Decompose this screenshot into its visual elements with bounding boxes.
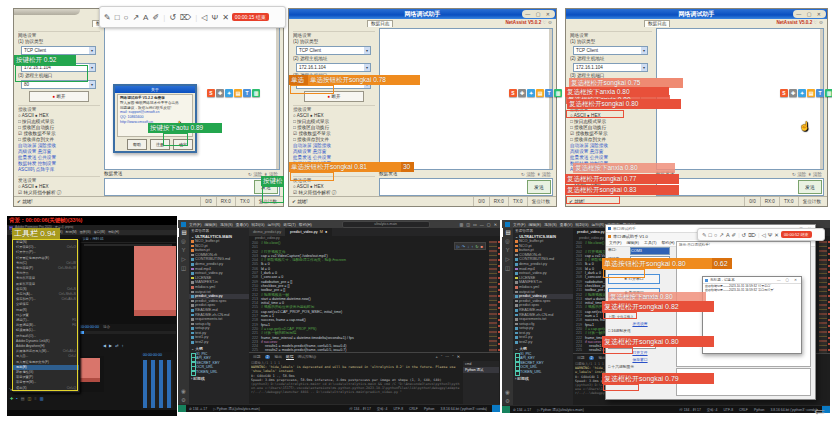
- activity-icon[interactable]: ▤: [178, 228, 189, 237]
- serial-control[interactable]: 上限: 文件未载入: [608, 314, 672, 321]
- status-item[interactable]: 3.8.16 64-bit ('python3': conda): [437, 407, 490, 411]
- menu[interactable]: 查看(V): [560, 222, 573, 227]
- menu[interactable]: 终端(T): [283, 222, 295, 227]
- back-arrow-icon[interactable]: ⇐: [814, 404, 825, 419]
- sidebar-row[interactable]: TCP Client: [296, 46, 371, 55]
- status-item[interactable]: CRLF: [406, 407, 421, 411]
- status-item[interactable]: ▷ Python 调试(ultralytics-main): [210, 407, 263, 411]
- menu[interactable]: 运行(R): [592, 222, 605, 227]
- transport-icon[interactable]: ⇄: [115, 343, 118, 348]
- menu[interactable]: 运行(R): [268, 222, 281, 227]
- tab-data-log[interactable]: 数据日志: [644, 20, 670, 27]
- menu[interactable]: 查看(V): [236, 222, 249, 227]
- float-icon[interactable]: ▤: [536, 89, 544, 97]
- mixer-button-grid[interactable]: [143, 360, 173, 408]
- sidebar-row[interactable]: ● 断开: [29, 91, 89, 102]
- debug-icon[interactable]: ↻: [475, 244, 478, 249]
- recorder-tool-icon[interactable]: ✕: [774, 232, 779, 238]
- recorder-tool-icon[interactable]: ↗: [132, 13, 139, 22]
- tool-icon[interactable]: ◫: [28, 396, 32, 401]
- menu[interactable]: 窗口(W): [94, 230, 106, 235]
- serial-control[interactable]: ◉ 关闭串口: [608, 288, 660, 298]
- sidebar-row[interactable]: 接收设置: [293, 105, 375, 113]
- recorder-tool-icon[interactable]: ✐: [732, 232, 737, 238]
- float-icon[interactable]: ✦: [527, 89, 535, 97]
- activity-icon[interactable]: ◉: [178, 387, 189, 396]
- outline-section[interactable]: ⌄ 大纲: [513, 345, 573, 352]
- recorder-tool-icon[interactable]: ✎: [702, 232, 707, 238]
- float-icon[interactable]: ✚: [789, 89, 797, 97]
- send-input[interactable]: 发送: [656, 178, 824, 196]
- activity-icon[interactable]: ◫: [178, 264, 189, 273]
- menu[interactable]: 选择(S): [220, 222, 233, 227]
- activity-icon[interactable]: ▤: [502, 228, 513, 237]
- sidebar-row[interactable]: TCP Client: [21, 46, 96, 55]
- terminal-action-icon[interactable]: ˇ: [441, 354, 442, 359]
- brand-icons[interactable]: ♡ ⚙: [542, 20, 552, 25]
- remote-indicator[interactable]: [178, 405, 186, 412]
- serial-control[interactable]: □ 十六进制显示: [608, 364, 672, 371]
- menu[interactable]: 工具(T): [644, 240, 656, 246]
- window-controls[interactable]: — ▢ ✕: [522, 10, 555, 18]
- dirty-dot-icon[interactable]: ●: [325, 230, 327, 234]
- serial-control[interactable]: ● 无校验 ○ 奇校验: [608, 265, 672, 272]
- sidebar-row[interactable]: (2) 远程主机地址: [18, 56, 100, 62]
- terminal-action-icon[interactable]: ˆ: [452, 354, 453, 359]
- sidebar-row[interactable]: ASCII码 点阵字库: [293, 167, 375, 173]
- debug-icon[interactable]: ↑: [471, 244, 473, 249]
- status-item[interactable]: CRLF: [736, 408, 751, 412]
- float-icon[interactable]: ✚: [518, 89, 526, 97]
- debug-icon[interactable]: ■: [481, 244, 483, 249]
- sidebar-row[interactable]: TCP Client: [573, 46, 648, 55]
- panel-tab[interactable]: 2: [265, 355, 271, 359]
- window-controls[interactable]: — ▢ ✕: [793, 10, 826, 18]
- sidebar-row[interactable]: 80: [573, 80, 648, 89]
- recorder-tool-icon[interactable]: ⌦: [748, 232, 756, 238]
- outline-section[interactable]: ⌄ 大纲: [189, 345, 249, 352]
- recorder-tool-icon[interactable]: A: [726, 232, 730, 238]
- recorder-tool-icon[interactable]: A: [143, 13, 148, 22]
- window-controls[interactable]: — ▢ ✕: [777, 278, 799, 282]
- menu[interactable]: 标记(M): [66, 230, 77, 235]
- recorder-tool-icon[interactable]: ⌦: [180, 13, 191, 22]
- receive-area[interactable]: [656, 28, 824, 170]
- terminal-actions[interactable]: +ˇ⋯ˆ✕: [436, 354, 460, 359]
- sidebar-row[interactable]: (1) 协议类型: [18, 39, 100, 45]
- serial-control[interactable]: ⊕ 打开串口: [608, 274, 660, 284]
- sidebar-row[interactable]: 80: [296, 80, 371, 89]
- recorder-tool-icon[interactable]: ○: [124, 13, 129, 22]
- window-control-icon[interactable]: ✕: [494, 222, 497, 227]
- tab-predict-video[interactable]: predict_video.pyM●: [286, 228, 332, 236]
- status-item[interactable]: 空格: 4: [704, 408, 721, 412]
- sidebar-row[interactable]: ASCII码 点阵字库: [18, 167, 100, 173]
- brand-icons[interactable]: ♡ ⚙: [813, 20, 823, 25]
- recorder-tool-icon[interactable]: ✎: [104, 13, 111, 22]
- status-item[interactable]: UTF-8: [720, 408, 736, 412]
- recorder-tool-icon[interactable]: ◁: [761, 232, 765, 238]
- sidebar-row[interactable]: 发送设置: [570, 176, 652, 184]
- status-item[interactable]: Python: [751, 408, 768, 412]
- panel-tab[interactable]: 终端: [286, 354, 294, 360]
- status-item[interactable]: ⊘ 134 ⚠ 17: [510, 408, 534, 412]
- recorder-tool-icon[interactable]: □: [115, 13, 120, 22]
- menu[interactable]: 文件(F): [189, 222, 201, 227]
- sidebar-row[interactable]: (3) 远程主机端口: [570, 73, 652, 79]
- send-options[interactable]: ↻ 清除 ⇞ 清除: [248, 172, 278, 177]
- float-icon[interactable]: T: [243, 89, 251, 97]
- tool-icon[interactable]: ▤: [21, 396, 25, 401]
- recorder-tool-icon[interactable]: ✐: [152, 13, 159, 22]
- outline-symbol[interactable]: TOKEN_URL: [189, 370, 249, 375]
- timeline-section[interactable]: › 时间线: [189, 375, 249, 382]
- sidebar-row[interactable]: 网络设置: [18, 31, 100, 39]
- command-center-search[interactable]: ultralytics-main: [342, 221, 430, 228]
- serial-control[interactable]: 50: [632, 342, 656, 349]
- timeline-section[interactable]: › 时间线: [513, 375, 573, 382]
- send-input[interactable]: 发送: [379, 178, 553, 196]
- dialog-button[interactable]: 注册: [150, 139, 170, 150]
- menu[interactable]: 帮助(H): [299, 222, 312, 227]
- serial-control[interactable]: 115200: [630, 256, 670, 264]
- menu[interactable]: 编辑(E): [24, 230, 35, 235]
- terminal-output[interactable]: 问题输入/1 1 1 1WARNING: 'hide_labels' is de…: [251, 361, 460, 405]
- activity-icon[interactable]: ◎: [502, 237, 513, 246]
- menu[interactable]: 转到(G): [575, 222, 588, 227]
